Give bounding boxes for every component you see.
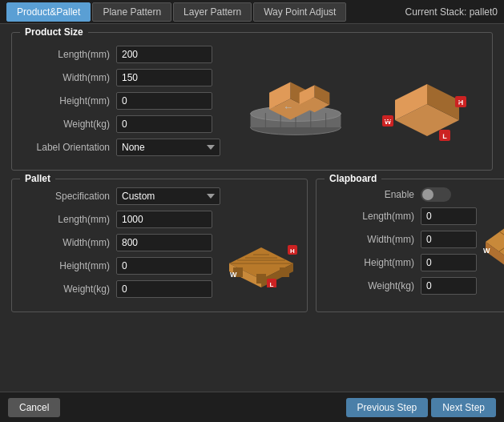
clapboard-height-row: Height(mm) — [326, 254, 477, 271]
product-box-icon: W H L — [379, 72, 467, 144]
svg-rect-35 — [256, 274, 266, 283]
product-length-row: Length(mm) — [22, 46, 220, 63]
pallet-width-input[interactable] — [116, 234, 212, 251]
clapboard-weight-label: Weight(kg) — [326, 280, 414, 291]
tab-way-point-adjust[interactable]: Way Point Adjust — [253, 2, 346, 22]
clapboard-enable-toggle[interactable] — [421, 187, 451, 202]
clapboard-height-label: Height(mm) — [326, 257, 414, 268]
label-orientation-select[interactable]: None Top Bottom Left Right — [116, 139, 220, 156]
svg-text:L: L — [270, 281, 274, 287]
svg-text:W: W — [483, 247, 490, 255]
product-size-title: Product Size — [20, 26, 88, 38]
product-height-label: Height(mm) — [22, 95, 110, 107]
clapboard-section: Clapboard Enable Length(mm) — [316, 179, 504, 312]
clapboard-title: Clapboard — [325, 173, 381, 184]
pallet-length-label: Length(mm) — [22, 214, 110, 225]
clapboard-width-label: Width(mm) — [326, 234, 414, 245]
product-height-input[interactable] — [116, 92, 212, 110]
product-weight-row: Weight(kg) — [22, 115, 220, 133]
product-length-label: Length(mm) — [22, 49, 110, 60]
current-stack-label: Current Stack: pallet0 — [405, 6, 498, 18]
previous-step-button[interactable]: Previous Step — [346, 398, 429, 417]
clapboard-enable-row: Enable — [326, 187, 477, 202]
clapboard-width-row: Width(mm) — [326, 231, 477, 248]
svg-text:←: ← — [283, 101, 293, 113]
product-width-input[interactable] — [116, 69, 212, 86]
pallet-height-label: Height(mm) — [22, 260, 110, 271]
product-size-section: Product Size Length(mm) Width(mm) Height… — [11, 32, 493, 171]
pallet-width-label: Width(mm) — [22, 237, 110, 248]
label-orientation-row: Label Orientation None Top Bottom Left R… — [22, 139, 220, 156]
product-weight-input[interactable] — [116, 115, 212, 133]
pallet-fields: Specification Custom Standard Euro Lengt… — [22, 187, 220, 303]
product-length-input[interactable] — [116, 46, 212, 63]
clapboard-icon: H W L — [482, 218, 504, 282]
top-nav: Product&Pallet Plane Pattern Layer Patte… — [0, 0, 504, 24]
product-weight-label: Weight(kg) — [22, 119, 110, 130]
pallet-icon: H W L — [225, 219, 297, 287]
pallet-spec-row: Specification Custom Standard Euro — [22, 187, 220, 205]
cancel-button[interactable]: Cancel — [8, 398, 60, 417]
svg-rect-36 — [280, 267, 289, 277]
next-step-button[interactable]: Next Step — [431, 398, 496, 417]
svg-text:W: W — [385, 118, 392, 126]
pallet-illustration: H W L — [225, 187, 297, 303]
clapboard-height-input[interactable] — [421, 254, 477, 271]
clapboard-toggle-slider — [421, 187, 451, 202]
tab-layer-pattern[interactable]: Layer Pattern — [173, 2, 252, 22]
pallet-weight-label: Weight(kg) — [22, 283, 110, 295]
clapboard-fields: Enable Length(mm) Width(mm) — [326, 187, 477, 300]
pallet-height-row: Height(mm) — [22, 257, 220, 275]
clapboard-weight-row: Weight(kg) — [326, 277, 477, 295]
conveyor-icon: ← — [244, 76, 348, 140]
pallet-section: Pallet Specification Custom Standard Eur… — [11, 179, 308, 312]
product-illustration: ← W H L — [228, 46, 482, 162]
label-orientation-label: Label Orientation — [22, 142, 110, 153]
svg-text:H: H — [290, 247, 295, 255]
pallet-length-input[interactable] — [116, 211, 212, 228]
clapboard-length-label: Length(mm) — [326, 211, 414, 222]
clapboard-weight-input[interactable] — [421, 277, 477, 295]
lower-sections: Pallet Specification Custom Standard Eur… — [11, 179, 493, 320]
pallet-length-row: Length(mm) — [22, 211, 220, 228]
clapboard-enable-label: Enable — [326, 189, 414, 200]
pallet-height-input[interactable] — [116, 257, 212, 275]
bottom-bar: Cancel Previous Step Next Step — [0, 392, 504, 422]
svg-text:W: W — [230, 271, 237, 279]
pallet-title: Pallet — [20, 173, 55, 184]
pallet-spec-label: Specification — [22, 191, 110, 202]
main-content: Product Size Length(mm) Width(mm) Height… — [0, 24, 504, 392]
pallet-spec-select[interactable]: Custom Standard Euro — [116, 187, 220, 205]
product-width-label: Width(mm) — [22, 72, 110, 83]
pallet-weight-row: Weight(kg) — [22, 280, 220, 298]
pallet-weight-input[interactable] — [116, 280, 212, 298]
tab-product-pallet[interactable]: Product&Pallet — [6, 2, 91, 22]
clapboard-length-row: Length(mm) — [326, 207, 477, 225]
clapboard-width-input[interactable] — [421, 231, 477, 248]
pallet-width-row: Width(mm) — [22, 234, 220, 251]
product-width-row: Width(mm) — [22, 69, 220, 86]
tab-bar: Product&Pallet Plane Pattern Layer Patte… — [6, 2, 346, 22]
product-height-row: Height(mm) — [22, 92, 220, 110]
product-fields: Length(mm) Width(mm) Height(mm) Weight(k… — [22, 46, 220, 162]
tab-plane-pattern[interactable]: Plane Pattern — [92, 2, 171, 22]
clapboard-length-input[interactable] — [421, 207, 477, 225]
